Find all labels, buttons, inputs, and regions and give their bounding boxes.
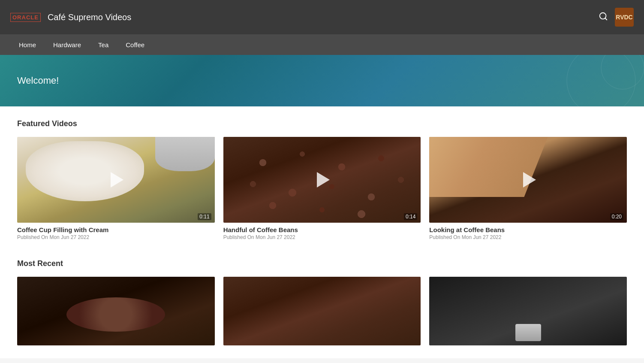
recent-video-2[interactable] xyxy=(223,277,421,345)
video-published-3: Published On Mon Jun 27 2022 xyxy=(429,234,627,240)
video-info-3: Looking at Coffee Beans Published On Mon… xyxy=(429,223,627,242)
play-icon-1 xyxy=(111,172,123,188)
video-title-3: Looking at Coffee Beans xyxy=(429,226,627,233)
recent-video-3[interactable] xyxy=(429,277,627,345)
video-title-1: Coffee Cup Filling with Cream xyxy=(17,226,215,233)
featured-video-1[interactable]: 0:11 Coffee Cup Filling with Cream Publi… xyxy=(17,137,215,242)
most-recent-title: Most Recent xyxy=(17,259,627,268)
nav-item-coffee[interactable]: Coffee xyxy=(117,34,153,55)
most-recent-section: Most Recent xyxy=(17,259,627,345)
play-button-1[interactable] xyxy=(105,169,126,191)
nav-item-tea[interactable]: Tea xyxy=(90,34,117,55)
recent-thumbnail-2 xyxy=(223,277,421,345)
svg-line-1 xyxy=(605,18,607,20)
recent-thumbnail-1 xyxy=(17,277,215,345)
video-duration-1: 0:11 xyxy=(198,213,211,220)
featured-videos-title: Featured Videos xyxy=(17,119,627,128)
user-avatar[interactable]: RVDC xyxy=(615,8,634,27)
hero-welcome-text: Welcome! xyxy=(17,75,59,86)
most-recent-grid xyxy=(17,277,627,345)
main-content: Featured Videos 0:11 Coffee Cup Filling … xyxy=(0,106,644,358)
video-published-1: Published On Mon Jun 27 2022 xyxy=(17,234,215,240)
recent-thumbnail-3 xyxy=(429,277,627,345)
oracle-logo: ORACLE xyxy=(10,13,41,22)
search-button[interactable] xyxy=(599,12,608,23)
nav-item-home[interactable]: Home xyxy=(10,34,45,55)
play-button-3[interactable] xyxy=(518,169,539,191)
video-published-2: Published On Mon Jun 27 2022 xyxy=(223,234,421,240)
video-duration-2: 0:14 xyxy=(404,213,417,220)
video-thumbnail-1: 0:11 xyxy=(17,137,215,223)
featured-video-2[interactable]: 0:14 Handful of Coffee Beans Published O… xyxy=(223,137,421,242)
featured-video-3[interactable]: 0:20 Looking at Coffee Beans Published O… xyxy=(429,137,627,242)
hero-banner: Welcome! xyxy=(0,55,644,106)
header-right: RVDC xyxy=(599,8,634,27)
featured-videos-section: Featured Videos 0:11 Coffee Cup Filling … xyxy=(17,119,627,242)
video-duration-3: 0:20 xyxy=(610,213,623,220)
main-nav: Home Hardware Tea Coffee xyxy=(0,34,644,55)
video-thumbnail-2: 0:14 xyxy=(223,137,421,223)
play-button-2[interactable] xyxy=(311,169,333,191)
recent-video-1[interactable] xyxy=(17,277,215,345)
header-left: ORACLE Café Supremo Videos xyxy=(10,12,131,22)
nav-item-hardware[interactable]: Hardware xyxy=(45,34,90,55)
play-icon-3 xyxy=(523,172,536,188)
featured-video-grid: 0:11 Coffee Cup Filling with Cream Publi… xyxy=(17,137,627,242)
video-title-2: Handful of Coffee Beans xyxy=(223,226,421,233)
video-info-1: Coffee Cup Filling with Cream Published … xyxy=(17,223,215,242)
site-title: Café Supremo Videos xyxy=(48,12,131,22)
play-icon-2 xyxy=(317,172,330,188)
site-header: ORACLE Café Supremo Videos RVDC xyxy=(0,0,644,34)
video-thumbnail-3: 0:20 xyxy=(429,137,627,223)
video-info-2: Handful of Coffee Beans Published On Mon… xyxy=(223,223,421,242)
